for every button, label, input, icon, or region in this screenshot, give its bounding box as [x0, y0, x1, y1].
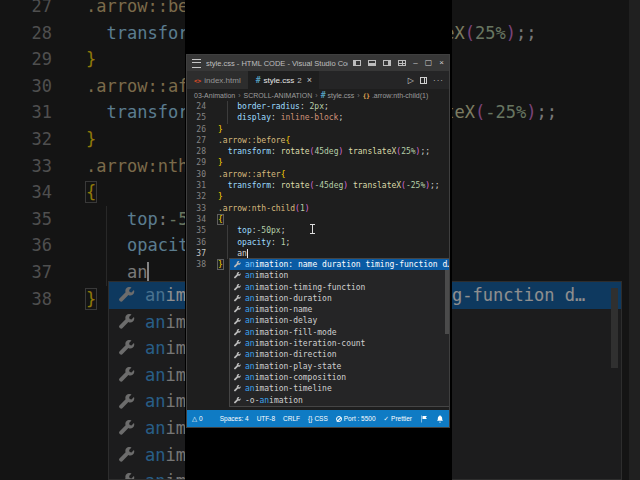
suggest-item-1[interactable]: animation	[230, 270, 450, 281]
split-editor-icon[interactable]	[420, 77, 427, 84]
breadcrumb-folder[interactable]: SCROLL-ANIMATION	[244, 92, 313, 99]
breadcrumb-folder[interactable]: 03-Animation	[194, 92, 235, 99]
suggest-scrollbar[interactable]	[445, 270, 449, 334]
line-number: 29	[0, 46, 52, 73]
suggest-item-6[interactable]: animation-fill-mode	[230, 327, 450, 338]
wrench-icon	[234, 352, 241, 359]
layout-panel-icon[interactable]	[368, 60, 376, 66]
wrench-icon	[234, 272, 241, 279]
line-text: }	[52, 46, 96, 73]
live-server-port[interactable]: Port : 5500	[336, 415, 376, 422]
line-text: .arrow::after{	[206, 169, 285, 180]
line-text: opacity: 1;	[206, 237, 290, 248]
line-number: 33	[0, 153, 52, 180]
line-text: .arrow::before{	[206, 135, 290, 146]
line-text: {	[206, 214, 223, 225]
close-icon[interactable]: ×	[439, 55, 444, 71]
bg-suggest-scrollbar	[611, 288, 618, 368]
code-line-35[interactable]: 35 top:-50px;	[187, 225, 449, 236]
code-line-27[interactable]: 27.arrow::before{	[187, 135, 449, 146]
feedback-icon[interactable]	[420, 415, 428, 423]
line-text: transform: rotate(-45deg) translateX(-25…	[206, 180, 440, 191]
status-item-label: Port : 5500	[344, 415, 376, 422]
line-number: 36	[0, 232, 52, 259]
line-number: 37	[187, 248, 206, 259]
line-number: 30	[187, 169, 206, 180]
code-line-30[interactable]: 30.arrow::after{	[187, 169, 449, 180]
status-item-label: Prettier	[391, 415, 412, 422]
code-line-34[interactable]: 34{	[187, 214, 449, 225]
line-number: 35	[187, 225, 206, 236]
breadcrumb-file[interactable]: # style.css	[321, 91, 355, 100]
suggest-item-5[interactable]: animation-delay	[230, 315, 450, 326]
run-preview-icon[interactable]: ▷	[408, 76, 414, 85]
text-caret	[147, 262, 149, 281]
status-item-label: CSS	[314, 415, 327, 422]
prettier-indicator[interactable]: ✓Prettier	[384, 415, 412, 423]
problems-indicator[interactable]: △0	[192, 415, 203, 423]
suggest-item-2[interactable]: animation-timing-function	[230, 282, 450, 293]
code-line-32[interactable]: 32}	[187, 191, 449, 202]
layout-sidebar-right-icon[interactable]	[383, 60, 391, 66]
minimize-icon[interactable]: –	[413, 55, 417, 71]
tab-close-icon[interactable]: ×	[307, 75, 312, 85]
line-text: display: inline-block;	[206, 112, 343, 123]
status-bar: △0 Spaces: 4UTF-8CRLF{}CSSPort : 5500✓Pr…	[187, 410, 449, 427]
line-number: 25	[187, 112, 206, 123]
line-number: 27	[187, 135, 206, 146]
breadcrumb-symbol[interactable]: {} .arrow:nth-child(1)	[363, 92, 429, 99]
code-line-26[interactable]: 26}	[187, 124, 449, 135]
wrench-icon	[119, 287, 135, 303]
line-number: 37	[0, 259, 52, 286]
code-line-36[interactable]: 36 opacity: 1;	[187, 237, 449, 248]
code-line-25[interactable]: 25 display: inline-block;	[187, 112, 449, 123]
suggest-item-8[interactable]: animation-direction	[230, 349, 450, 360]
html-file-icon: <>	[194, 77, 201, 84]
line-number: 30	[0, 73, 52, 100]
tab-label: style.css	[264, 76, 295, 85]
suggest-item-11[interactable]: animation-timeline	[230, 383, 450, 394]
wrench-icon	[234, 340, 241, 347]
more-actions-icon[interactable]: ···	[433, 76, 444, 85]
encoding-indicator[interactable]: UTF-8	[257, 415, 275, 422]
text-caret	[247, 249, 248, 258]
customize-layout-icon[interactable]	[398, 60, 406, 66]
line-text: top:-50px;	[206, 225, 285, 236]
css-file-icon: #	[256, 76, 261, 85]
suggest-item-label: -o-animation	[245, 395, 303, 406]
status-left: △0	[192, 415, 203, 423]
suggest-item-7[interactable]: animation-iteration-count	[230, 338, 450, 349]
suggest-item-0[interactable]: animation: name duration timing-function…	[230, 259, 450, 270]
code-line-29[interactable]: 29}	[187, 157, 449, 168]
suggest-item-9[interactable]: animation-play-state	[230, 361, 450, 372]
notifications-bell-icon[interactable]	[436, 415, 444, 423]
line-number: 31	[0, 99, 52, 126]
language-indicator[interactable]: {}CSS	[308, 415, 328, 422]
wrench-icon	[119, 314, 135, 330]
wrench-icon	[234, 318, 241, 325]
suggest-item-3[interactable]: animation-duration	[230, 293, 450, 304]
indentation-indicator[interactable]: Spaces: 4	[220, 415, 249, 422]
code-line-28[interactable]: 28 transform: rotate(45deg) translateX(2…	[187, 146, 449, 157]
line-number: 24	[187, 101, 206, 112]
breadcrumb-separator: ›	[357, 92, 359, 99]
line-number: 29	[187, 157, 206, 168]
suggest-item-label: animation-play-state	[245, 361, 341, 372]
code-line-31[interactable]: 31 transform: rotate(-45deg) translateX(…	[187, 180, 449, 191]
tab-style-css[interactable]: # style.css 2 ×	[249, 71, 319, 89]
eol-indicator[interactable]: CRLF	[283, 415, 300, 422]
wrench-icon	[119, 394, 135, 410]
tab-index-html[interactable]: <> index.html	[187, 71, 249, 89]
layout-sidebar-left-icon[interactable]	[353, 60, 361, 66]
line-text: }	[206, 191, 223, 202]
menu-icon[interactable]	[192, 59, 201, 68]
suggest-item-4[interactable]: animation-name	[230, 304, 450, 315]
maximize-icon[interactable]: ▢	[425, 55, 433, 71]
suggest-item-12[interactable]: -o-animation	[230, 395, 450, 406]
code-line-24[interactable]: 24 border-radius: 2px;	[187, 101, 449, 112]
suggest-item-10[interactable]: animation-composition	[230, 372, 450, 383]
line-number: 36	[187, 237, 206, 248]
tab-bar: <> index.html # style.css 2 × ▷ ···	[187, 71, 449, 89]
code-line-33[interactable]: 33.arrow:nth-child(1)	[187, 203, 449, 214]
wrench-icon	[234, 329, 241, 336]
